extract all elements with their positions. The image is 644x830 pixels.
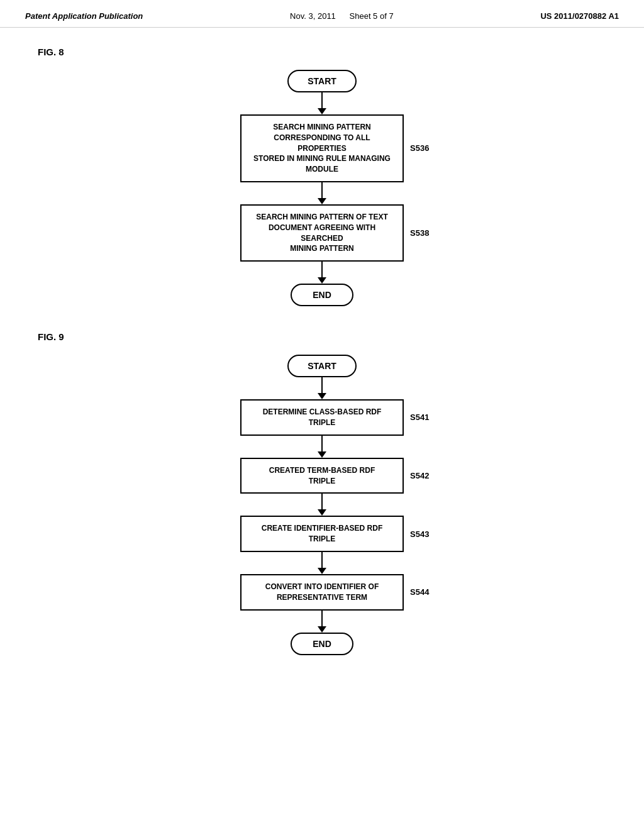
fig9-end-node: END [291, 633, 353, 655]
fig9-s542-node: CREATED TERM-BASED RDFTRIPLE [240, 458, 404, 494]
fig9-arrow4-line [321, 552, 323, 568]
fig8-arrow3-head [318, 277, 326, 284]
fig8-section: FIG. 8 START SEARCH MINING PATTERNCORRES… [38, 47, 606, 306]
header-date: Nov. 3, 2011 [290, 11, 336, 21]
header-date-sheet: Nov. 3, 2011 Sheet 5 of 7 [290, 11, 394, 21]
fig9-s544-label: S544 [410, 587, 429, 597]
fig9-arrow4 [318, 552, 326, 574]
fig8-arrow2-line [321, 182, 323, 198]
main-content: FIG. 8 START SEARCH MINING PATTERNCORRES… [0, 28, 644, 699]
fig9-section: FIG. 9 START DETERMINE CLASS-BASED RDFTR… [38, 331, 606, 655]
fig9-arrow5-head [318, 626, 326, 633]
header-publication-label: Patent Application Publication [25, 11, 143, 21]
fig8-arrow2-head [318, 198, 326, 204]
fig9-start-row: START [287, 355, 357, 377]
fig9-end-row: END [291, 633, 353, 655]
fig9-s542-row: CREATED TERM-BASED RDFTRIPLE S542 [240, 458, 404, 494]
fig9-arrow3-head [318, 509, 326, 516]
fig9-s543-row: CREATE IDENTIFIER-BASED RDFTRIPLE S543 [240, 516, 404, 552]
page-header: Patent Application Publication Nov. 3, 2… [0, 0, 644, 28]
fig8-end-node: END [291, 284, 353, 306]
fig9-start-node: START [287, 355, 357, 377]
fig8-arrow1 [318, 92, 326, 114]
fig9-arrow3-line [321, 494, 323, 509]
fig8-start-row: START [287, 70, 357, 92]
fig9-arrow1-head [318, 393, 326, 399]
fig8-s536-label: S536 [410, 143, 429, 153]
fig9-arrow2 [318, 436, 326, 458]
fig9-arrow1-line [321, 377, 323, 393]
fig9-s544-node: CONVERT INTO IDENTIFIER OFREPRESENTATIVE… [240, 574, 404, 611]
fig8-arrow1-head [318, 108, 326, 114]
fig9-s543-label: S543 [410, 529, 429, 539]
fig9-s544-row: CONVERT INTO IDENTIFIER OFREPRESENTATIVE… [240, 574, 404, 611]
fig9-flowchart: START DETERMINE CLASS-BASED RDFTRIPLE S5… [38, 355, 606, 655]
fig9-arrow3 [318, 494, 326, 516]
fig9-arrow5-line [321, 611, 323, 626]
fig8-arrow2 [318, 182, 326, 204]
fig8-s538-label: S538 [410, 228, 429, 238]
fig9-s541-node: DETERMINE CLASS-BASED RDFTRIPLE [240, 399, 404, 436]
fig8-start-node: START [287, 70, 357, 92]
fig8-flowchart: START SEARCH MINING PATTERNCORRESPONDING… [38, 70, 606, 306]
fig9-arrow1 [318, 377, 326, 399]
fig9-s542-label: S542 [410, 471, 429, 480]
fig9-s543-node: CREATE IDENTIFIER-BASED RDFTRIPLE [240, 516, 404, 552]
fig9-s541-label: S541 [410, 412, 429, 422]
fig8-end-row: END [291, 284, 353, 306]
fig9-arrow5 [318, 611, 326, 633]
fig8-arrow3 [318, 262, 326, 284]
fig8-label: FIG. 8 [38, 47, 606, 57]
fig8-s538-node: SEARCH MINING PATTERN OF TEXTDOCUMENT AG… [240, 204, 404, 262]
fig8-s536-node: SEARCH MINING PATTERNCORRESPONDING TO AL… [240, 114, 404, 182]
fig9-label: FIG. 9 [38, 331, 606, 342]
fig9-arrow2-line [321, 436, 323, 451]
fig8-arrow1-line [321, 92, 323, 108]
fig8-s538-row: SEARCH MINING PATTERN OF TEXTDOCUMENT AG… [240, 204, 404, 262]
fig8-s536-row: SEARCH MINING PATTERNCORRESPONDING TO AL… [240, 114, 404, 182]
fig8-arrow3-line [321, 262, 323, 277]
header-sheet: Sheet 5 of 7 [350, 11, 394, 21]
fig9-s541-row: DETERMINE CLASS-BASED RDFTRIPLE S541 [240, 399, 404, 436]
fig9-arrow2-head [318, 451, 326, 458]
fig9-arrow4-head [318, 568, 326, 574]
header-patent-number: US 2011/0270882 A1 [540, 11, 619, 21]
